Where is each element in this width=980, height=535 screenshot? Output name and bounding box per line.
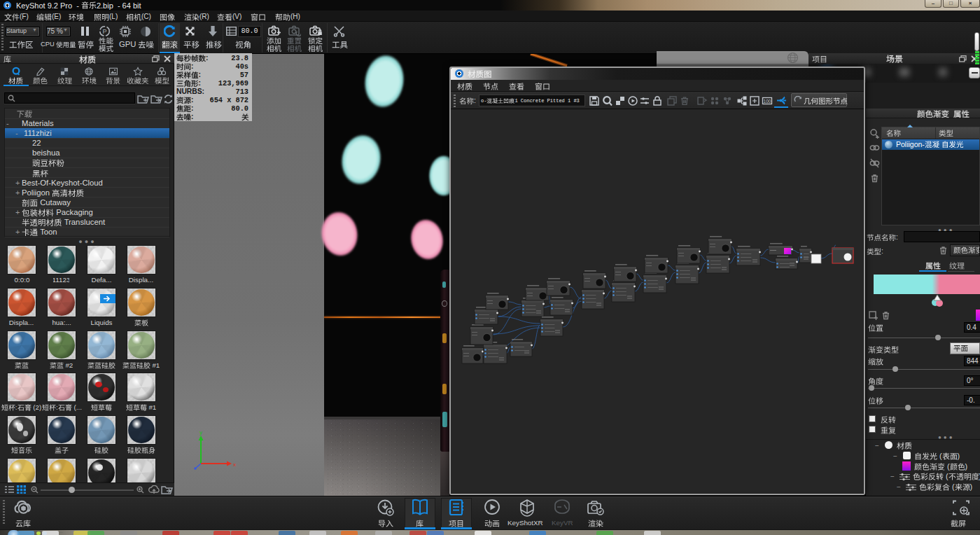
svg-text:100: 100 [764, 99, 771, 104]
svg-text:y: y [200, 430, 202, 436]
svg-text:P: P [102, 28, 106, 35]
svg-text:x: x [233, 461, 236, 468]
